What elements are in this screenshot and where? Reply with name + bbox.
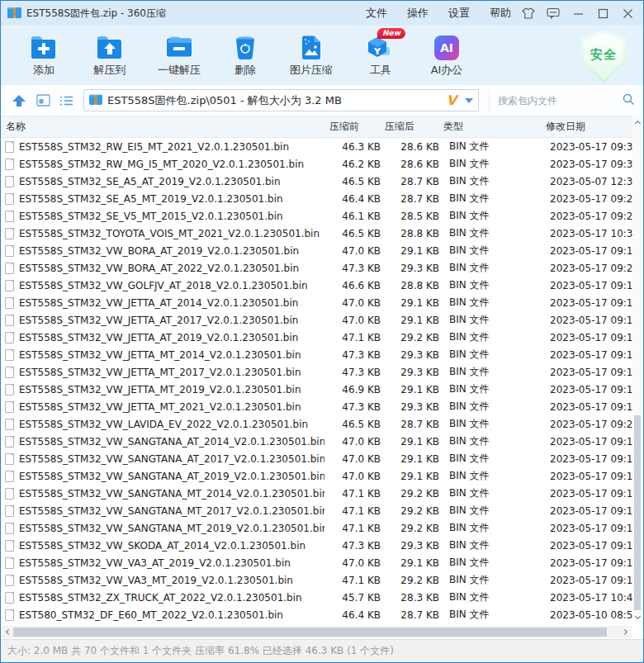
- one-click-extract-icon: [164, 34, 194, 60]
- file-type: BIN 文件: [439, 226, 540, 240]
- column-header-name[interactable]: 名称: [1, 120, 324, 134]
- file-name: EST558S_STM32_ZX_TRUCK_AT_2022_V2.0.1.23…: [19, 592, 302, 604]
- scroll-down-arrow[interactable]: [632, 612, 642, 623]
- up-level-button[interactable]: [7, 90, 31, 111]
- table-row[interactable]: EST558S_STM32_VW_SANGTANA_MT_2014_V2.0.1…: [1, 485, 632, 502]
- modified-date: 2023-05-17 09:13: [540, 315, 632, 326]
- image-compress-button[interactable]: 图片压缩: [275, 30, 348, 81]
- horizontal-scroll-thumb[interactable]: [13, 627, 607, 637]
- address-input[interactable]: EST558S固件包.zip\0501 - 解包大小为 3.2 MB V: [83, 89, 479, 111]
- column-header-after[interactable]: 压缩后: [381, 120, 439, 134]
- maximize-button[interactable]: [594, 4, 612, 22]
- modified-date: 2023-05-17 09:30: [540, 159, 632, 170]
- table-row[interactable]: EST558S_STM32_ZX_TRUCK_AT_2022_V2.0.1.23…: [1, 589, 632, 606]
- chevron-down-icon[interactable]: [465, 98, 473, 103]
- table-row[interactable]: EST558S_STM32_VW_JETTA_AT_2019_V2.0.1.23…: [1, 329, 632, 346]
- file-icon: [5, 453, 14, 465]
- table-row[interactable]: EST558S_STM32_VW_SANGTANA_AT_2017_V2.0.1…: [1, 450, 632, 467]
- table-row[interactable]: EST558S_STM32_VW_BORA_AT_2019_V2.0.1.230…: [1, 242, 632, 259]
- search-icon[interactable]: [622, 92, 635, 109]
- minimize-button[interactable]: [569, 4, 587, 22]
- table-row[interactable]: EST558S_STM32_VW_JETTA_MT_2021_V2.0.1.23…: [1, 398, 632, 415]
- table-row[interactable]: EST558S_STM32_VW_JETTA_AT_2014_V2.0.1.23…: [1, 294, 632, 311]
- window-title: EST558S固件包.zip - 360压缩: [26, 7, 166, 21]
- modified-date: 2023-05-17 09:15: [540, 523, 632, 534]
- vertical-scroll-thumb[interactable]: [634, 415, 641, 610]
- table-row[interactable]: EST558S_STM32_SE_V5_MT_2015_V2.0.1.23050…: [1, 207, 632, 225]
- file-name: EST558S_STM32_VW_JETTA_MT_2019_V2.0.1.23…: [19, 384, 301, 395]
- modified-date: 2023-05-17 09:11: [540, 349, 632, 361]
- file-name: EST558S_STM32_VW_SANGTANA_MT_2017_V2.0.1…: [19, 505, 324, 517]
- size-before: 47.1 KB: [324, 575, 381, 586]
- modified-date: 2023-05-17 09:12: [540, 367, 632, 378]
- table-row[interactable]: EST558S_STM32_VW_SKODA_AT_2014_V2.0.1.23…: [1, 537, 632, 554]
- feedback-icon[interactable]: [544, 4, 562, 22]
- scroll-up-arrow[interactable]: [632, 116, 642, 128]
- file-type: BIN 文件: [439, 209, 540, 223]
- modified-date: 2023-05-17 09:13: [540, 297, 632, 309]
- table-row[interactable]: EST558S_STM32_VW_VA3_AT_2019_V2.0.1.2305…: [1, 554, 632, 571]
- table-row[interactable]: EST558S_STM32_VW_SANGTANA_AT_2019_V2.0.1…: [1, 467, 632, 485]
- one-click-extract-button[interactable]: 一键解压: [143, 30, 215, 81]
- menu-settings[interactable]: 设置: [438, 6, 480, 21]
- add-button[interactable]: 添加: [11, 30, 77, 81]
- table-row[interactable]: EST580_STM32_DF_E60_MT_2022_V2.0.1.23050…: [1, 606, 632, 623]
- close-button[interactable]: [618, 4, 637, 22]
- table-row[interactable]: EST558S_STM32_VW_VA3_MT_2019_V2.0.1.2305…: [1, 571, 632, 589]
- file-icon: [5, 367, 14, 378]
- scroll-right-arrow[interactable]: [620, 626, 632, 638]
- table-row[interactable]: EST558S_STM32_TOYOTA_VOIS_MT_2021_V2.0.1…: [1, 225, 632, 242]
- table-row[interactable]: EST558S_STM32_VW_SANGTANA_AT_2014_V2.0.1…: [1, 433, 632, 450]
- extract-to-button[interactable]: 解压到: [77, 30, 143, 81]
- table-row[interactable]: EST558S_STM32_VW_SANGTANA_MT_2017_V2.0.1…: [1, 502, 632, 519]
- table-row[interactable]: EST558S_STM32_VW_LAVIDA_EV_2022_V2.0.1.2…: [1, 415, 632, 433]
- column-header-before[interactable]: 压缩前: [324, 120, 381, 134]
- column-header-modified[interactable]: 修改日期: [540, 120, 632, 134]
- extract-to-button-label: 解压到: [94, 63, 126, 78]
- table-row[interactable]: EST558S_STM32_VW_JETTA_MT_2017_V2.0.1.23…: [1, 363, 632, 381]
- view-mode-icon[interactable]: [31, 90, 55, 111]
- table-row[interactable]: EST558S_STM32_RW_EI5_MT_2021_V2.0.1.2305…: [1, 138, 632, 155]
- list-view-icon[interactable]: [54, 90, 78, 111]
- file-name: EST558S_STM32_VW_SANGTANA_AT_2014_V2.0.1…: [19, 436, 324, 448]
- tools-button[interactable]: New Y 工具: [348, 30, 414, 81]
- file-type: BIN 文件: [439, 313, 540, 327]
- ai-office-icon: AI: [434, 34, 459, 60]
- archive-path: EST558S固件包.zip\0501 - 解包大小为 3.2 MB: [107, 93, 442, 108]
- vertical-scrollbar[interactable]: [632, 116, 642, 623]
- table-row[interactable]: EST558S_STM32_VW_SANGTANA_MT_2019_V2.0.1…: [1, 519, 632, 537]
- new-badge: New: [377, 28, 405, 39]
- table-row[interactable]: EST558S_STM32_SE_A5_AT_2019_V2.0.1.23050…: [1, 173, 632, 190]
- search-input[interactable]: [498, 95, 622, 107]
- ai-office-button[interactable]: AI AI办公: [414, 30, 480, 81]
- table-row[interactable]: EST558S_STM32_VW_JETTA_AT_2017_V2.0.1.23…: [1, 311, 632, 329]
- file-icon: [5, 211, 14, 222]
- delete-button[interactable]: 删除: [215, 30, 275, 81]
- size-before: 47.0 KB: [324, 245, 381, 257]
- table-row[interactable]: EST558S_STM32_RW_MG_I5_MT_2020_V2.0.1.23…: [1, 155, 632, 173]
- menu-help[interactable]: 帮助: [480, 6, 521, 21]
- file-name: EST558S_STM32_VW_GOLFJV_AT_2018_V2.0.1.2…: [19, 280, 308, 291]
- extract-to-icon: [95, 34, 125, 60]
- menu-file[interactable]: 文件: [356, 6, 397, 21]
- size-after: 28.7 KB: [381, 176, 439, 187]
- table-row[interactable]: EST558S_STM32_VW_JETTA_MT_2019_V2.0.1.23…: [1, 381, 632, 398]
- skin-shirt-icon[interactable]: [519, 4, 537, 22]
- table-row[interactable]: EST558S_STM32_VW_JETTA_MT_2014_V2.0.1.23…: [1, 346, 632, 363]
- table-row[interactable]: EST558S_STM32_VW_GOLFJV_AT_2018_V2.0.1.2…: [1, 277, 632, 294]
- file-type: BIN 文件: [439, 538, 540, 552]
- file-type: BIN 文件: [439, 452, 540, 466]
- size-before: 46.9 KB: [324, 384, 381, 395]
- menu-actions[interactable]: 操作: [397, 6, 438, 21]
- scroll-left-arrow[interactable]: [2, 626, 13, 638]
- modified-date: 2023-05-17 09:30: [540, 141, 632, 153]
- column-header-type[interactable]: 类型: [439, 120, 540, 134]
- horizontal-scrollbar[interactable]: [2, 626, 632, 638]
- modified-date: 2023-05-17 09:19: [540, 280, 632, 291]
- modified-date: 2023-05-17 09:17: [540, 471, 632, 482]
- security-safe-badge[interactable]: 安全: [579, 31, 628, 83]
- file-icon: [5, 523, 14, 534]
- modified-date: 2023-05-17 09:29: [540, 211, 632, 222]
- table-row[interactable]: EST558S_STM32_SE_A5_MT_2019_V2.0.1.23050…: [1, 190, 632, 207]
- table-row[interactable]: EST558S_STM32_VW_BORA_AT_2022_V2.0.1.230…: [1, 259, 632, 277]
